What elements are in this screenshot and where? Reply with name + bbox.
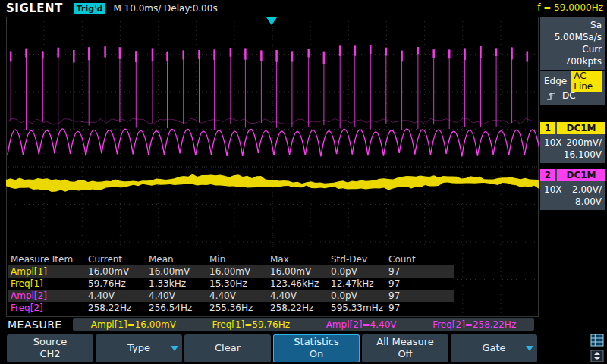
measure-value: 1.33kHz bbox=[149, 278, 209, 289]
measure-row-ampl1: Ampl[1] 16.00mV 16.00mV 16.00mV 16.00mV … bbox=[8, 265, 454, 278]
measure-value: 123.46kHz bbox=[270, 278, 331, 289]
waveform-display: Measure Item Current Mean Min Max Std-De… bbox=[6, 17, 539, 317]
menu-corner-icons bbox=[574, 334, 604, 362]
col-header: Min bbox=[209, 254, 270, 265]
oscilloscope-screen: SIGLENT Trig'd M 10.0ms/ Delay:0.00s f =… bbox=[0, 0, 607, 364]
measure-item-label: Freq[1] bbox=[11, 278, 88, 289]
measure-value: 15.30Hz bbox=[209, 278, 270, 289]
chevron-down-icon bbox=[526, 346, 533, 351]
measure-row-ampl2: Ampl[2] 4.40V 4.40V 4.40V 4.40V 0.0pV 97 bbox=[8, 290, 454, 302]
all-measure-button[interactable]: All Measure Off bbox=[362, 334, 448, 362]
right-sidebar: Sa 5.00MSa/s Curr 700kpts Edge AC Line D… bbox=[540, 17, 605, 212]
channel2-scale: 2.00V/ bbox=[572, 184, 602, 195]
acquisition-info: Sa 5.00MSa/s Curr 700kpts bbox=[540, 17, 605, 70]
statistics-button[interactable]: Statistics On bbox=[273, 334, 360, 362]
trigger-source-badge: AC Line bbox=[571, 71, 602, 92]
memory-depth: Curr 700kpts bbox=[544, 43, 602, 67]
readout-ampl1: Ampl[1]=16.00mV bbox=[91, 319, 176, 330]
button-value: CH2 bbox=[39, 348, 60, 360]
readout-freq1: Freq[1]=59.76Hz bbox=[212, 319, 290, 330]
measure-value: 16.00mV bbox=[149, 266, 209, 277]
measure-value: 258.22Hz bbox=[270, 303, 331, 313]
display-grid-icon[interactable] bbox=[590, 334, 604, 347]
measure-value: 97 bbox=[388, 290, 426, 301]
status-bar: MEASURE Ampl[1]=16.00mV Freq[1]=59.76Hz … bbox=[0, 317, 607, 332]
measurement-table-header: Measure Item Current Mean Min Max Std-De… bbox=[8, 253, 454, 265]
col-header: Mean bbox=[149, 254, 209, 265]
timebase-readout: M 10.0ms/ Delay:0.00s bbox=[113, 3, 217, 14]
channel2-probe: 10X bbox=[544, 184, 562, 195]
measure-value: 4.40V bbox=[270, 290, 331, 301]
readout-freq2: Freq[2]=258.22Hz bbox=[432, 319, 516, 330]
measure-item-label: Freq[2] bbox=[11, 303, 88, 313]
channel1-offset: -16.100V bbox=[540, 149, 605, 161]
channel1-header: 1 DC1M bbox=[540, 122, 605, 134]
channel1-coupling-badge: DC1M bbox=[557, 122, 605, 134]
rising-edge-icon bbox=[546, 90, 557, 101]
col-header: Std-Dev bbox=[331, 254, 388, 265]
button-value: Off bbox=[398, 348, 412, 360]
button-label: Gate bbox=[482, 342, 505, 354]
measure-row-freq2: Freq[2] 258.22Hz 256.54Hz 255.36Hz 258.2… bbox=[8, 302, 454, 314]
measure-value: 595.33mHz bbox=[331, 303, 388, 313]
measure-item-label: Ampl[1] bbox=[11, 266, 88, 277]
channel2-badge: 2 bbox=[540, 169, 555, 181]
top-status-bar: SIGLENT Trig'd M 10.0ms/ Delay:0.00s f =… bbox=[0, 0, 607, 17]
measure-value: 256.54Hz bbox=[149, 303, 209, 313]
col-header: Measure Item bbox=[11, 254, 88, 265]
measure-value: 0.0pV bbox=[331, 266, 388, 277]
measure-item-label: Ampl[2] bbox=[11, 290, 88, 301]
col-header: Count bbox=[388, 254, 426, 265]
button-label: Type bbox=[127, 342, 150, 354]
button-label: Source bbox=[33, 336, 68, 348]
readout-ampl2: Ampl[2]=4.40V bbox=[326, 319, 397, 330]
measure-value: 0.0pV bbox=[331, 290, 388, 301]
measure-value: 4.40V bbox=[149, 290, 209, 301]
page-arrows-icon[interactable] bbox=[590, 350, 604, 362]
clear-button[interactable]: Clear bbox=[184, 334, 271, 362]
channel1-scale: 200mV/ bbox=[566, 137, 602, 148]
mode-label: MEASURE bbox=[8, 318, 73, 331]
measure-value: 97 bbox=[388, 266, 426, 277]
softkey-menu: Source CH2 Type Clear Statistics On All … bbox=[0, 332, 607, 364]
measure-value: 97 bbox=[388, 303, 426, 313]
button-label: Clear bbox=[215, 342, 241, 354]
measure-value: 97 bbox=[388, 278, 426, 289]
measure-value: 16.00mV bbox=[88, 266, 149, 277]
gate-button[interactable]: Gate bbox=[451, 334, 537, 362]
button-label: All Measure bbox=[376, 336, 434, 348]
channel2-info: 2 DC1M 10X 2.00V/ -8.00V bbox=[540, 169, 605, 210]
button-value: On bbox=[310, 348, 323, 360]
channel2-offset: -8.00V bbox=[540, 196, 605, 208]
measure-value: 16.00mV bbox=[209, 266, 270, 277]
measure-value: 4.40V bbox=[88, 290, 149, 301]
measure-value: 59.76Hz bbox=[88, 278, 149, 289]
channel2-header: 2 DC1M bbox=[540, 169, 605, 181]
measure-value: 16.00mV bbox=[270, 266, 331, 277]
measure-value: 12.47kHz bbox=[331, 278, 388, 289]
trigger-info: Edge AC Line DC bbox=[540, 71, 605, 105]
brand-logo: SIGLENT bbox=[6, 2, 63, 15]
measurement-readouts: Ampl[1]=16.00mV Freq[1]=59.76Hz Ampl[2]=… bbox=[73, 318, 534, 331]
frequency-counter: f = 59.0000Hz bbox=[537, 2, 603, 13]
measure-value: 258.22Hz bbox=[88, 303, 149, 313]
channel1-info: 1 DC1M 10X 200mV/ -16.100V bbox=[540, 122, 605, 163]
type-button[interactable]: Type bbox=[96, 334, 182, 362]
measure-value: 255.36Hz bbox=[209, 303, 270, 313]
channel2-coupling-badge: DC1M bbox=[557, 169, 605, 181]
trigger-type: Edge bbox=[544, 76, 567, 86]
channel1-badge: 1 bbox=[540, 122, 555, 134]
sample-rate: Sa 5.00MSa/s bbox=[544, 19, 602, 43]
measurement-table: Measure Item Current Mean Min Max Std-De… bbox=[8, 253, 454, 314]
trigger-status-badge: Trig'd bbox=[74, 3, 106, 14]
button-label: Statistics bbox=[294, 336, 338, 348]
channel1-probe: 10X bbox=[544, 137, 562, 148]
measure-value: 4.40V bbox=[209, 290, 270, 301]
col-header: Current bbox=[88, 254, 149, 265]
source-button[interactable]: Source CH2 bbox=[7, 334, 93, 362]
trigger-coupling: DC bbox=[562, 90, 576, 101]
chevron-down-icon bbox=[171, 346, 178, 351]
measure-row-freq1: Freq[1] 59.76Hz 1.33kHz 15.30Hz 123.46kH… bbox=[8, 278, 454, 290]
col-header: Max bbox=[270, 254, 331, 265]
